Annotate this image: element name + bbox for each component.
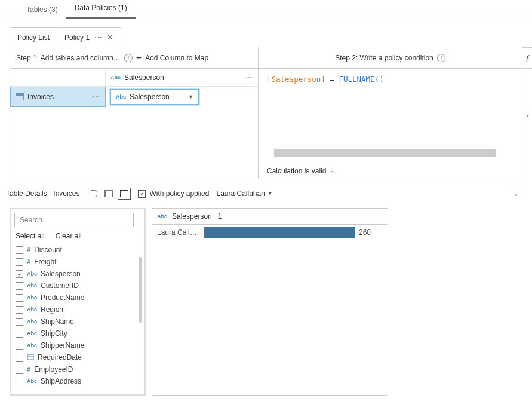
calculation-status[interactable]: Calculation is valid ︿ — [259, 163, 522, 179]
field-label: RequiredDate — [38, 353, 82, 362]
field-label: EmployeeID — [34, 365, 73, 374]
clear-all-link[interactable]: Clear all — [56, 232, 82, 240]
dropdown-arrow-icon: ▼ — [267, 191, 273, 197]
add-column-link[interactable]: Add Column to Map — [145, 54, 208, 62]
abc-type-icon: Abc — [27, 307, 37, 313]
number-type-icon: # — [27, 366, 30, 373]
add-column-plus-icon[interactable]: + — [136, 53, 142, 63]
field-label: ProductName — [41, 293, 84, 302]
editor-scrollbar[interactable] — [274, 149, 496, 157]
select-all-link[interactable]: Select all — [16, 232, 45, 240]
field-row[interactable]: AbcCustomerID — [14, 280, 142, 292]
field-row[interactable]: ✓AbcSalesperson — [14, 268, 142, 280]
field-row[interactable]: #EmployeeID — [14, 363, 142, 375]
column-header[interactable]: Abc Salesperson ⋯ — [106, 69, 258, 86]
viz-category-label: Laura Calla… — [157, 228, 200, 237]
svg-rect-0 — [27, 354, 33, 360]
code-field-token: [Salesperson] — [267, 75, 325, 84]
chevron-up-icon: ︿ — [330, 167, 336, 175]
viz-value-label: 260 — [359, 228, 371, 237]
preview-user-dropdown[interactable]: Laura Callahan ▼ — [216, 189, 272, 198]
field-label: ShipCity — [41, 329, 67, 338]
field-checkbox[interactable]: ✓ — [16, 270, 23, 278]
abc-type-icon: Abc — [27, 319, 37, 325]
tab-data-policies[interactable]: Data Policies (1) — [66, 0, 136, 19]
number-type-icon: # — [27, 258, 30, 265]
tab-more-icon[interactable]: ⋯ — [94, 33, 102, 42]
field-row[interactable]: #Freight — [14, 256, 142, 268]
field-checkbox[interactable] — [16, 258, 23, 266]
step1-title: Step 1: Add tables and column… — [16, 54, 121, 62]
dropdown-arrow-icon: ▼ — [188, 94, 193, 100]
tab-close-icon[interactable]: ✕ — [107, 33, 113, 42]
field-checkbox[interactable] — [16, 366, 23, 374]
field-label: ShipName — [41, 317, 74, 326]
details-expand-icon[interactable]: ⌄ — [513, 189, 519, 198]
split-view-icon[interactable] — [118, 188, 131, 200]
column-header-more-icon[interactable]: ⋯ — [245, 74, 253, 82]
step2-info-icon[interactable]: i — [437, 54, 445, 62]
fx-function-button[interactable]: ƒ — [522, 47, 532, 69]
abc-type-icon: Abc — [116, 94, 126, 100]
policy-condition-editor[interactable]: [Salesperson] = FULLNAME() — [267, 75, 513, 84]
field-checkbox[interactable] — [16, 318, 23, 326]
field-checkbox[interactable] — [16, 246, 23, 254]
grid-view-icon[interactable] — [102, 188, 115, 200]
field-row[interactable]: AbcProductName — [14, 292, 142, 304]
tag-view-icon[interactable] — [87, 188, 100, 200]
field-checkbox[interactable] — [16, 378, 23, 385]
tables-header-blank — [10, 69, 106, 86]
tab-policy-1[interactable]: Policy 1 ⋯ ✕ — [57, 27, 121, 47]
tab-tables[interactable]: Tables (3) — [18, 1, 66, 19]
tab-policy-list[interactable]: Policy List — [10, 27, 57, 47]
abc-type-icon: Abc — [27, 378, 37, 384]
viz-bar — [204, 227, 355, 238]
viz-header: Abc Salesperson 1 — [152, 209, 388, 225]
field-checkbox[interactable] — [16, 330, 23, 338]
table-row-more-icon[interactable]: ⋯ — [93, 93, 100, 101]
column-header-label: Salesperson — [124, 74, 164, 82]
field-row[interactable]: RequiredDate — [14, 351, 142, 363]
with-policy-label: With policy applied — [149, 189, 209, 198]
code-eq: = — [325, 75, 339, 84]
with-policy-checkbox[interactable]: ✓ With policy applied — [138, 189, 209, 198]
fields-scrollbar[interactable] — [139, 257, 142, 323]
number-type-icon: # — [27, 246, 30, 253]
abc-type-icon: Abc — [157, 213, 167, 219]
expand-side-icon[interactable]: ‹ — [522, 107, 532, 124]
abc-type-icon: Abc — [27, 283, 37, 289]
abc-type-icon: Abc — [27, 330, 37, 336]
field-checkbox[interactable] — [16, 294, 23, 302]
abc-type-icon: Abc — [27, 295, 37, 301]
field-checkbox[interactable] — [16, 306, 23, 314]
table-icon — [16, 93, 24, 100]
field-row[interactable]: AbcRegion — [14, 304, 142, 316]
field-checkbox[interactable] — [16, 282, 23, 290]
field-row[interactable]: AbcShipCity — [14, 328, 142, 339]
table-details-title: Table Details - Invoices — [6, 189, 79, 198]
field-row[interactable]: AbcShipperName — [14, 339, 142, 351]
field-label: CustomerID — [41, 281, 79, 290]
field-label: Freight — [34, 258, 56, 266]
tab-policy-list-label: Policy List — [17, 33, 50, 42]
calculation-status-label: Calculation is valid — [267, 167, 326, 175]
table-name-label: Invoices — [27, 93, 54, 101]
preview-user-label: Laura Callahan — [216, 189, 265, 198]
viz-title: Salesperson — [172, 212, 212, 221]
field-row[interactable]: AbcShipName — [14, 316, 142, 328]
field-label: ShipAddress — [41, 377, 81, 385]
step2-title: Step 2: Write a policy condition — [335, 54, 433, 62]
field-checkbox[interactable] — [16, 354, 23, 362]
map-column-dropdown[interactable]: Abc Salesperson ▼ — [110, 89, 199, 105]
checkbox-checked-icon: ✓ — [138, 190, 146, 198]
step1-info-icon[interactable]: i — [124, 54, 133, 62]
date-type-icon — [27, 353, 34, 362]
field-checkbox[interactable] — [16, 342, 23, 350]
field-label: Region — [41, 305, 63, 314]
code-function-token: FULLNAME() — [339, 75, 383, 84]
field-row[interactable]: #Discount — [14, 244, 142, 256]
field-row[interactable]: AbcShipAddress — [14, 375, 142, 387]
abc-type-icon: Abc — [27, 342, 37, 348]
table-row-invoices[interactable]: Invoices ⋯ — [10, 87, 106, 107]
search-input[interactable]: Search — [14, 213, 134, 227]
